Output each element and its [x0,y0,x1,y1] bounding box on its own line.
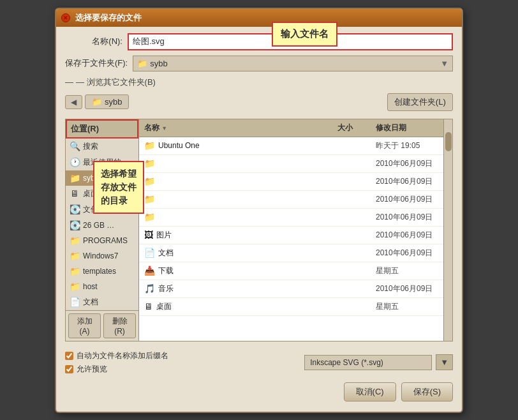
sidebar-item-filesystem[interactable]: 💽文件系统 [66,202,138,218]
nav-bar: ◀ 📁 sybb 创建文件夹(L) [65,93,453,111]
remove-button[interactable]: 删除(R) [103,313,136,338]
file-row[interactable]: 📁 2010年06月09日 [139,155,443,173]
file-size-cell [335,269,373,272]
sidebar-label-desktop: 桌面 [83,188,98,199]
sidebar-item-recent[interactable]: 🕐最近使用的 [66,154,138,170]
file-date-cell: 星期五 [373,264,443,278]
back-button[interactable]: ◀ [65,95,82,109]
file-date-cell: 2010年06月09日 [373,246,443,260]
file-row[interactable]: 🖥 桌面 星期五 [139,298,443,316]
nav-left: ◀ 📁 sybb [65,94,129,109]
create-folder-button[interactable]: 创建文件夹(L) [387,93,453,111]
format-select[interactable]: Inkscape SVG (*.svg) [304,355,432,370]
sidebar-icon-search: 🔍 [70,141,80,151]
file-row[interactable]: 📁 2010年06月09日 [139,191,443,209]
file-row[interactable]: 📁 2010年06月09日 [139,209,443,227]
sidebar-item-desktop[interactable]: 🖥桌面 [66,186,138,202]
file-size-cell [335,144,373,147]
file-name: Ubuntu One [158,141,200,150]
sidebar-item-templates[interactable]: 📁templates [66,264,138,279]
sidebar-label-host: host [83,282,98,291]
file-row[interactable]: 🎵 音乐 2010年06月09日 [139,280,443,298]
sidebar-icon-documents: 📄 [70,297,80,307]
browse-label: — 浏览其它文件夹(B) [76,77,156,88]
close-button[interactable]: ✕ [61,13,70,22]
file-row[interactable]: 📁 Ubuntu One 昨天于 19:05 [139,137,443,155]
file-list: 📁 Ubuntu One 昨天于 19:05 📁 2010年06月09日 📁 2… [139,137,443,341]
sidebar-label-filesystem: 文件系统 [83,204,114,215]
format-row: Inkscape SVG (*.svg) ▼ [304,354,453,370]
file-name-cell: 📁 Ubuntu One [139,139,335,152]
sidebar-item-programs[interactable]: 📁PROGRAMS [66,233,138,248]
file-row[interactable]: 📄 文档 2010年06月09日 [139,244,443,262]
file-row[interactable]: 🖼 图片 2010年06月09日 [139,227,443,244]
file-name-cell: 🎵 音乐 [139,282,335,296]
sidebar-icon-windows7: 📁 [70,251,80,261]
folder-select[interactable]: 📁 sybb ▼ [133,56,453,71]
sidebar-label-programs: PROGRAMS [83,236,128,245]
file-name: 文档 [158,248,174,259]
save-button[interactable]: 保存(S) [401,382,453,401]
file-row[interactable]: 📁 2010年06月09日 [139,173,443,191]
sidebar-item-search[interactable]: 🔍搜索 [66,139,138,154]
allow-preview-option[interactable]: 允许预览 [65,364,168,375]
file-size-cell [335,305,373,308]
file-icon: 📄 [144,248,155,258]
file-name-cell: 📁 [139,157,335,170]
file-row[interactable]: 📥 下载 星期五 [139,262,443,280]
file-icon: 🖼 [144,230,153,240]
file-panel: 位置(R) 🔍搜索🕐最近使用的📁sybb🖥桌面💽文件系统💽26 GB …📁PRO… [65,119,453,341]
allow-preview-checkbox[interactable] [65,365,73,373]
file-name: 音乐 [158,283,174,294]
file-name-cell: 📁 [139,193,335,206]
sidebar-label-windows7: Windows7 [83,251,118,260]
sidebar-header: 位置(R) [66,119,138,139]
title-bar: ✕ 选择要保存的文件 [56,9,462,27]
sidebar-icon-programs: 📁 [70,236,80,246]
format-dropdown-arrow[interactable]: ▼ [436,354,453,370]
auto-suffix-option[interactable]: 自动为文件名称添加后缀名 [65,350,168,361]
sidebar-item-host[interactable]: 📁host [66,279,138,294]
file-icon: 📁 [144,158,155,169]
browse-toggle: — [65,77,73,87]
sidebar-icon-templates: 📁 [70,266,80,276]
file-list-header: 名称 ▼ 大小 修改日期 [139,119,443,137]
sidebar-item-sybb[interactable]: 📁sybb [66,170,138,186]
file-name-cell: 🖥 桌面 [139,300,335,313]
file-list-area: 名称 ▼ 大小 修改日期 📁 Ubuntu One 昨天于 19:05 📁 [139,119,443,341]
col-size-header: 大小 [335,121,373,135]
browse-section[interactable]: — — 浏览其它文件夹(B) [65,77,453,88]
sidebar: 位置(R) 🔍搜索🕐最近使用的📁sybb🖥桌面💽文件系统💽26 GB …📁PRO… [66,119,139,341]
sidebar-item-windows7[interactable]: 📁Windows7 [66,248,138,264]
sidebar-label-documents: 文档 [83,297,98,308]
file-size-cell [335,162,373,165]
sidebar-item-26gb[interactable]: 💽26 GB … [66,218,138,233]
file-name-cell: 📁 [139,175,335,188]
sidebar-icon-recent: 🕐 [70,157,80,167]
file-date-cell: 2010年06月09日 [373,229,443,242]
save-dialog: ✕ 选择要保存的文件 名称(N): 保存于文件夹(F): 📁 sybb ▼ — [55,8,463,413]
cancel-button[interactable]: 取消(C) [344,382,396,401]
dialog-body: 名称(N): 保存于文件夹(F): 📁 sybb ▼ — — 浏览其它文件夹(B… [56,27,462,412]
current-folder-name: sybb [105,97,122,107]
filename-input[interactable] [128,33,453,50]
scrollbar[interactable] [443,119,452,341]
file-name-cell: 📥 下载 [139,264,335,278]
checkbox-row: 自动为文件名称添加后缀名 允许预览 [65,350,168,375]
file-size-cell [335,251,373,254]
sidebar-item-documents[interactable]: 📄文档 [66,294,138,310]
sidebar-label-26gb: 26 GB … [83,221,114,230]
auto-suffix-checkbox[interactable] [65,352,73,360]
sidebar-label-sybb: sybb [83,174,99,183]
sidebar-icon-sybb: 📁 [70,173,80,183]
sidebar-items-list: 🔍搜索🕐最近使用的📁sybb🖥桌面💽文件系统💽26 GB …📁PROGRAMS📁… [66,139,138,310]
file-icon: 📁 [144,194,155,204]
current-folder: 📁 sybb [85,94,129,109]
sidebar-icon-desktop: 🖥 [70,188,80,199]
bottom-options: 自动为文件名称添加后缀名 允许预览 Inkscape SVG (*.svg) ▼ [65,347,453,377]
sidebar-icon-host: 📁 [70,281,80,292]
file-name-cell: 📄 文档 [139,246,335,260]
file-name: 图片 [156,230,172,241]
add-button[interactable]: 添加(A) [68,313,101,338]
sidebar-label-recent: 最近使用的 [83,157,121,168]
